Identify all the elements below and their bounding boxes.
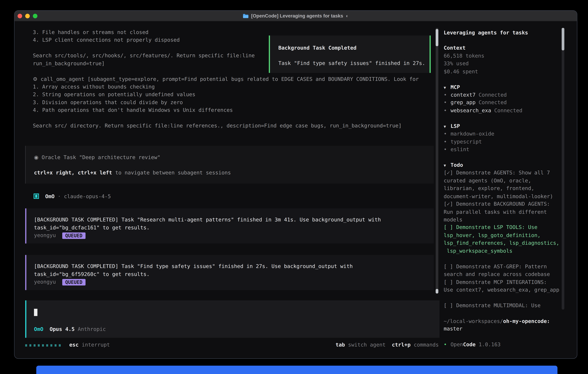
subagent-nav-hint: ctrl+x right, ctrl+x left to navigate be…: [34, 169, 434, 177]
oracle-task-title: ◉ Oracle Task "Deep architecture review": [34, 153, 434, 161]
branch-name: master: [444, 325, 575, 333]
toast-title: Background Task Completed: [278, 44, 430, 52]
mcp-item: •context7Connected: [444, 91, 575, 99]
task-card: [BACKGROUND TASK COMPLETED] Task "Find t…: [25, 255, 434, 290]
minimize-button[interactable]: [25, 14, 30, 18]
todo-done-line: curated agents (OmO, oracle,: [444, 177, 575, 184]
chevron-down-icon: ▼: [444, 84, 451, 92]
tool-call-item: 1. Array access without bounds checking: [33, 83, 419, 91]
bullet-icon: •: [444, 130, 451, 138]
screen: [OpenCode] Leveraging agents for tasks ◐…: [0, 0, 588, 374]
status-right: tab switch agent ctrl+p commands: [336, 341, 439, 348]
tool-call-header: ⚙ call_omo_agent [subagent_type=explore,…: [33, 75, 419, 83]
context-spent: $0.46 spent: [444, 67, 575, 75]
todo-done-line: models: [444, 216, 575, 223]
mcp-status: Connected: [479, 92, 507, 98]
main-scrollbar-end-thumb[interactable]: [436, 289, 438, 294]
tab-key-hint: tab: [336, 342, 345, 348]
sidebar-title: Leveraging agents for tasks: [444, 29, 575, 36]
task-line2: task_id="bg_dcfac161" to get results.: [34, 223, 434, 231]
output-line: 3. File handles or streams not closed: [33, 28, 255, 36]
bullet-icon: •: [444, 91, 451, 99]
input-footer: OmO Opus 4.5 Anthropic: [34, 325, 106, 333]
esc-key-hint: esc: [69, 342, 79, 348]
commands-label: commands: [414, 342, 439, 348]
output-block-top: 3. File handles or streams not closed 4.…: [33, 28, 255, 67]
context-tokens: 66,518 tokens: [444, 52, 575, 60]
input-model[interactable]: Opus 4.5: [50, 326, 75, 332]
bullet-icon: •: [444, 106, 451, 114]
sidebar: Leveraging agents for tasks Context 66,5…: [444, 29, 575, 348]
opencode-window: [OpenCode] Leveraging agents for tasks ◐…: [14, 10, 578, 359]
todo-pending-line: [ ] Demonstrate MCP INTEGRATIONS:: [444, 278, 575, 286]
todo-done-line: document-writer, multimodal-looker): [444, 192, 575, 200]
mcp-item: •websearch_exaConnected: [444, 106, 575, 114]
prompt-input[interactable]: OmO Opus 4.5 Anthropic: [25, 300, 439, 338]
bullet-icon: •: [444, 99, 451, 106]
background-window-strip: [36, 366, 557, 374]
mcp-section-header[interactable]: ▼MCP: [444, 83, 575, 91]
todo-pending-line: search and replace across codebase: [444, 270, 575, 278]
todo-active-line: lsp_workspace_symbols: [444, 247, 575, 255]
opencode-version: 1.0.163: [476, 341, 501, 347]
todo-section-header[interactable]: ▼Todo: [444, 161, 575, 169]
task-line1: [BACKGROUND TASK COMPLETED] Task "Find t…: [34, 262, 434, 270]
text-cursor: [34, 309, 37, 316]
workspace-path: ~/local-workspaces/oh-my-opencode:: [444, 317, 575, 325]
main-scrollbar-thumb[interactable]: [436, 29, 438, 46]
lsp-item: •eslint: [444, 145, 575, 153]
lsp-item: •typescript: [444, 138, 575, 145]
task-card: [BACKGROUND TASK COMPLETED] Task "Resear…: [25, 208, 434, 244]
folder-icon: [243, 14, 249, 18]
zoom-button[interactable]: [33, 14, 37, 18]
status-bar: esc interrupt tab switch agent ctrl+p co…: [25, 341, 439, 348]
tool-call-item: 2. String operations on potentially unde…: [33, 91, 419, 98]
bullet-icon: •: [444, 145, 451, 153]
context-used: 33% used: [444, 60, 575, 67]
input-provider: Anthropic: [78, 326, 106, 332]
close-button[interactable]: [18, 14, 22, 18]
activity-dots: [25, 342, 63, 348]
lsp-item: •markdown-oxide: [444, 130, 575, 138]
oracle-icon: ◉: [34, 154, 39, 160]
agent-model: claude-opus-4-5: [64, 193, 111, 199]
chevron-down-icon: ▼: [444, 123, 451, 131]
sidebar-scrollbar-thumb[interactable]: [562, 28, 564, 51]
todo-active-line: [ ] Demonstrate LSP TOOLS: Use: [444, 223, 575, 231]
todo-done-line: [✓] Demonstrate BACKGROUND AGENTS:: [444, 200, 575, 208]
queued-badge: QUEUED: [62, 279, 85, 285]
todo-done-line: [✓] Demonstrate AGENTS: Show all 7: [444, 169, 575, 177]
window-title: [OpenCode] Leveraging agents for tasks ◐: [243, 13, 349, 19]
output-line: run_in_background=true]: [33, 59, 255, 67]
tool-call-item: 3. Division operations that could divide…: [33, 98, 419, 106]
status-dot-icon: •: [444, 341, 451, 348]
title-bar: [OpenCode] Leveraging agents for tasks ◐: [14, 11, 577, 21]
chevron-down-icon: ▼: [444, 162, 451, 170]
sidebar-scrollbar-track: [562, 28, 564, 310]
task-line1: [BACKGROUND TASK COMPLETED] Task "Resear…: [34, 216, 434, 224]
gear-icon: ⚙: [33, 76, 37, 82]
task-line2: task_id="bg_6f59260c" to get results.: [34, 270, 434, 278]
todo-done-line: Run parallel tasks with different: [444, 208, 575, 216]
tool-call-item: 4. Path operations that don't handle Win…: [33, 106, 419, 114]
todo-active-line: lsp_find_references, lsp_diagnostics,: [444, 239, 575, 247]
mcp-status: Connected: [479, 99, 507, 105]
output-line: 4. LSP client connections not properly d…: [33, 36, 255, 44]
agent-icon: [33, 193, 39, 199]
version-line: •OpenCode 1.0.163: [444, 341, 575, 348]
toast-notification[interactable]: Background Task Completed Task "Find typ…: [269, 35, 431, 73]
oracle-task-card: ◉ Oracle Task "Deep architecture review"…: [25, 146, 434, 184]
toast-body: Task "Find type safety issues" finished …: [278, 59, 430, 67]
lsp-section-header[interactable]: ▼LSP: [444, 122, 575, 130]
output-line: Search src/tools/, src/hooks/, src/featu…: [33, 52, 255, 59]
input-agent-name[interactable]: OmO: [34, 326, 43, 332]
interrupt-label: interrupt: [82, 342, 110, 348]
agent-name: OmO: [45, 193, 54, 199]
agent-header: OmO · claude-opus-4-5: [33, 192, 111, 200]
separator-dot: ·: [58, 193, 61, 199]
mcp-item: •grep_appConnected: [444, 99, 575, 106]
window-title-text: [OpenCode] Leveraging agents for tasks: [251, 13, 343, 19]
main-scrollbar-track: [436, 28, 438, 294]
todo-pending-line: [ ] Demonstrate AST-GREP: Pattern: [444, 262, 575, 270]
task-author: yeongyu: [34, 279, 56, 285]
